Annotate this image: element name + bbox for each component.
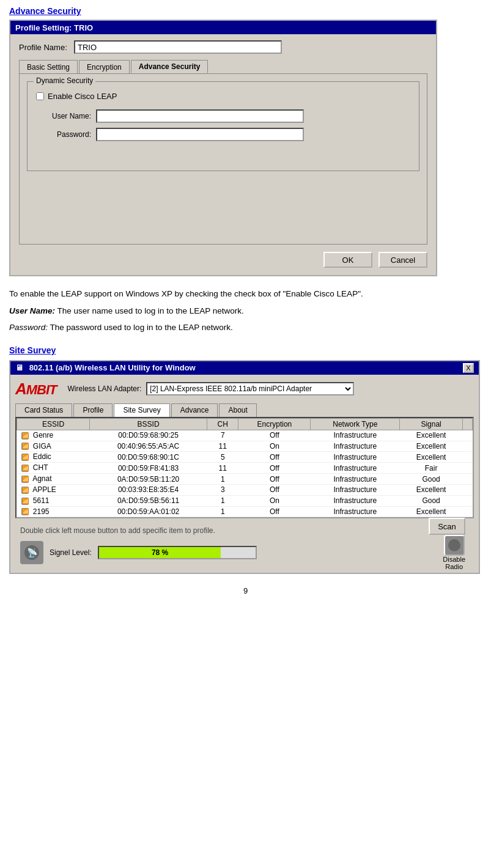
cell-signal: Good [400,495,463,506]
cell-ch: 7 [207,430,238,441]
cell-enc: Off [238,474,311,485]
survey-table: ESSID BSSID CH Encryption Network Type S… [17,418,473,518]
disable-radio-btn[interactable]: DisableRadio [443,535,465,570]
col-encryption: Encryption [238,418,311,430]
site-survey-title: Site Survey [9,345,482,355]
signal-row: 📡 Signel Level: 78 % DisableRadio [15,537,474,568]
svg-text:📶: 📶 [21,465,29,472]
cell-scroll [463,506,473,517]
cell-enc: Off [238,463,311,474]
tab-basic-setting[interactable]: Basic Setting [19,60,78,73]
wlan-titlebar: 🖥 802.11 (a/b) Wireless LAN Utility for … [10,361,479,375]
advance-security-title: Advance Security [9,6,482,16]
cell-essid: 📶 Agnat [17,474,90,485]
cell-ch: 1 [207,506,238,517]
table-row[interactable]: 📶 APPLE 00:03:93:E8:35:E4 3 Off Infrastr… [17,484,473,495]
col-signal: Signal [400,418,463,430]
hint-row: Double click left mouse button to add sp… [15,523,474,537]
password-input[interactable] [96,128,304,141]
cell-ch: 11 [207,463,238,474]
tab-about[interactable]: About [219,403,256,417]
cell-signal: Excellent [400,441,463,452]
table-row[interactable]: 📶 CHT 00:D0:59:F8:41:83 11 Off Infrastru… [17,463,473,474]
username-label: User Name: [36,112,91,120]
advance-security-section: Advance Security Profile Setting: TRIO P… [9,6,482,334]
tab-profile[interactable]: Profile [73,403,113,417]
hint-text: Double click left mouse button to add sp… [18,524,218,537]
cell-enc: Off [238,484,311,495]
cell-ch: 11 [207,441,238,452]
cell-bssid: 00:D0:59:AA:01:02 [90,506,207,517]
cell-type: Infrastructure [311,495,400,506]
table-row[interactable]: 📶 2195 00:D0:59:AA:01:02 1 Off Infrastru… [17,506,473,517]
scan-button[interactable]: Scan [429,518,465,535]
cell-scroll [463,495,473,506]
profile-name-input[interactable] [74,40,282,54]
username-input[interactable] [96,109,304,123]
dynamic-security-group: Dynamic Security Enable Cisco LEAP User … [27,81,419,171]
signal-left-icon: 📡 [20,541,43,564]
cell-bssid: 00:03:93:E8:35:E4 [90,484,207,495]
cell-type: Infrastructure [311,474,400,485]
cell-bssid: 0A:D0:59:5B:56:11 [90,495,207,506]
cancel-button[interactable]: Cancel [378,252,427,268]
ok-button[interactable]: OK [323,252,372,268]
cell-signal: Excellent [400,506,463,517]
cell-enc: Off [238,430,311,441]
desc-username: User Name: The user name used to log in … [9,304,482,318]
cell-type: Infrastructure [311,430,400,441]
profile-setting-dialog: Profile Setting: TRIO Profile Name: Basi… [9,20,437,276]
group-box-label: Dynamic Security [34,76,95,85]
tab-advance-security[interactable]: Advance Security [131,60,209,73]
cell-essid: 📶 Genre [17,430,90,441]
profile-name-row: Profile Name: [19,40,427,54]
enable-leap-row: Enable Cisco LEAP [36,92,410,101]
signal-label: Signel Level: [50,548,92,557]
wlan-title-icon: 🖥 [15,363,23,372]
cell-ch: 3 [207,484,238,495]
table-row[interactable]: 📶 Genre 00:D0:59:68:90:25 7 Off Infrastr… [17,430,473,441]
cell-scroll [463,474,473,485]
tab-card-status[interactable]: Card Status [15,403,72,417]
desc-leap: To enable the LEAP support on Windows XP… [9,287,482,301]
tab-site-survey[interactable]: Site Survey [114,403,169,417]
ambit-logo: AMBIT [15,380,57,399]
profile-name-label: Profile Name: [19,43,74,52]
tab-advance[interactable]: Advance [171,403,218,417]
cell-scroll [463,441,473,452]
cell-scroll [463,452,473,463]
cell-essid: 📶 Eddic [17,452,90,463]
cell-ch: 5 [207,452,238,463]
desc-password: Password: The password used to log in to… [9,321,482,334]
table-row[interactable]: 📶 5611 0A:D0:59:5B:56:11 1 On Infrastruc… [17,495,473,506]
table-row[interactable]: 📶 Eddic 00:D0:59:68:90:1C 5 Off Infrastr… [17,452,473,463]
cell-signal: Excellent [400,452,463,463]
cell-ch: 1 [207,495,238,506]
cell-bssid: 00:40:96:55:A5:AC [90,441,207,452]
col-scrollbar [463,418,473,430]
signal-bar: 78 % [98,546,257,559]
tab-content-area: Dynamic Security Enable Cisco LEAP User … [19,73,427,245]
wlan-body: AMBIT Wireless LAN Adapter: [2] LAN-Expr… [10,375,479,573]
site-survey-section: Site Survey 🖥 802.11 (a/b) Wireless LAN … [9,345,482,575]
close-button[interactable]: X [463,363,474,373]
cell-scroll [463,463,473,474]
cell-signal: Fair [400,463,463,474]
cell-type: Infrastructure [311,506,400,517]
tab-encryption[interactable]: Encryption [79,60,130,73]
table-row[interactable]: 📶 GIGA 00:40:96:55:A5:AC 11 On Infrastru… [17,441,473,452]
adapter-select[interactable]: [2] LAN-Express IEEE 802.11a/b miniPCI A… [146,382,354,395]
password-label: Password: [36,130,91,139]
cell-bssid: 00:D0:59:68:90:1C [90,452,207,463]
cell-type: Infrastructure [311,452,400,463]
enable-leap-label: Enable Cisco LEAP [48,92,117,101]
svg-text:📶: 📶 [21,508,29,515]
signal-bar-fill: 78 % [99,547,221,558]
table-row[interactable]: 📶 Agnat 0A:D0:59:5B:11:20 1 Off Infrastr… [17,474,473,485]
cell-bssid: 0A:D0:59:5B:11:20 [90,474,207,485]
dialog-title-text: Profile Setting: TRIO [15,23,93,32]
cell-bssid: 00:D0:59:F8:41:83 [90,463,207,474]
enable-leap-checkbox[interactable] [36,92,44,100]
col-bssid: BSSID [90,418,207,430]
disable-radio-icon [444,535,465,556]
